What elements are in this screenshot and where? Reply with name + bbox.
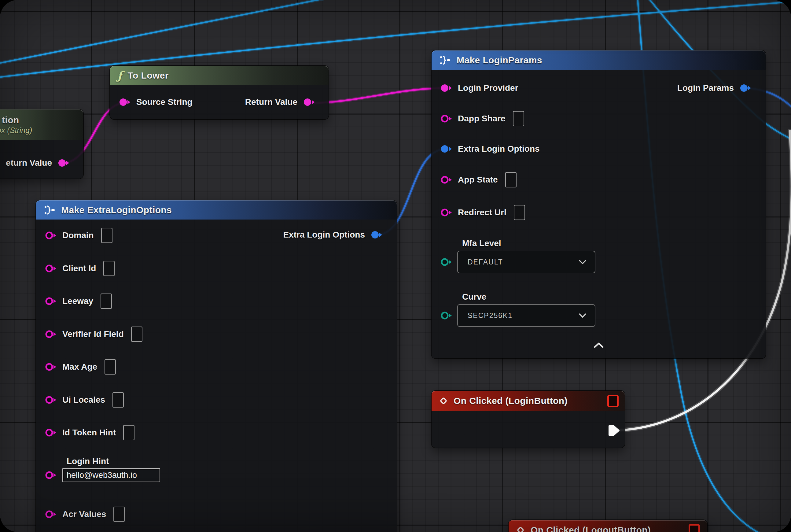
max-age-checkbox[interactable]	[104, 359, 116, 375]
id-token-hint-label: Id Token Hint	[62, 428, 116, 438]
node-partial-subtitle: ox (String)	[0, 126, 32, 135]
to-lower-title: To Lower	[128, 70, 169, 81]
source-string-pin[interactable]	[118, 97, 131, 108]
function-icon: ƒ	[117, 69, 122, 82]
event-diamond-icon	[439, 396, 448, 405]
leeway-label: Leeway	[62, 296, 93, 306]
verifier-id-field-checkbox[interactable]	[131, 326, 142, 342]
login-hint-label: Login Hint	[66, 456, 160, 466]
redirect-url-checkbox[interactable]	[514, 205, 525, 220]
pin-row-app-state: App State	[440, 171, 517, 189]
login-hint-pin[interactable]	[44, 470, 57, 481]
login-hint-input[interactable]	[62, 468, 160, 482]
exec-output-pin[interactable]	[608, 424, 620, 437]
acr-values-checkbox[interactable]	[113, 507, 125, 522]
extra-login-options-label: Extra Login Options	[458, 144, 540, 154]
id-token-hint-checkbox[interactable]	[123, 425, 134, 440]
onclicked-logout-title: On Clicked (LogoutButton)	[530, 525, 651, 532]
return-value-pin[interactable]	[57, 157, 70, 169]
onclicked-logout-header: On Clicked (LogoutButton)	[508, 520, 707, 532]
leeway-checkbox[interactable]	[100, 293, 112, 309]
acr-values-pin[interactable]	[44, 509, 57, 520]
max-age-label: Max Age	[62, 362, 97, 372]
leeway-pin[interactable]	[44, 296, 57, 307]
curve-dropdown[interactable]: SECP256K1	[457, 304, 595, 327]
pin-row-leeway: Leeway	[44, 292, 112, 310]
client-id-label: Client Id	[62, 264, 96, 273]
pin-row-dapp-share: Dapp Share	[440, 110, 524, 128]
verifier-id-field-pin[interactable]	[44, 329, 57, 340]
app-state-checkbox[interactable]	[505, 172, 517, 187]
pin-row-client-id: Client Id	[44, 259, 115, 278]
onclicked-login-header: On Clicked (LoginButton)	[431, 391, 625, 411]
app-state-label: App State	[458, 175, 498, 185]
pin-group-mfa-level: Mfa Level DEFAULT	[440, 239, 595, 273]
pin-group-login-hint: Login Hint	[44, 456, 160, 482]
delegate-pin[interactable]	[607, 395, 619, 407]
pin-row-redirect-url: Redirect Url	[440, 203, 525, 222]
make-struct-icon	[43, 205, 56, 215]
mfa-level-dropdown[interactable]: DEFAULT	[457, 251, 595, 273]
extra-title: Make ExtraLoginOptions	[61, 205, 172, 215]
redirect-url-pin[interactable]	[440, 207, 453, 218]
curve-label: Curve	[462, 292, 595, 302]
node-make-extraloginoptions[interactable]: Make ExtraLoginOptions Extra Login Optio…	[36, 200, 397, 532]
wire-cyan-topleft-steep	[0, 0, 329, 63]
delegate-pin[interactable]	[689, 524, 700, 532]
domain-label: Domain	[62, 230, 94, 240]
node-on-clicked-loginbutton[interactable]: On Clicked (LoginButton)	[431, 391, 625, 448]
client-id-pin[interactable]	[44, 263, 57, 274]
wire-tolower-to-loginprovider	[309, 88, 446, 103]
source-string-label: Source String	[136, 97, 193, 107]
pin-row-extra-login-options: Extra Login Options	[440, 140, 540, 158]
onclicked-login-title: On Clicked (LoginButton)	[454, 396, 567, 406]
redirect-url-label: Redirect Url	[458, 208, 506, 217]
mfa-level-pin[interactable]	[440, 256, 453, 268]
mfa-level-label: Mfa Level	[462, 239, 595, 248]
dapp-share-label: Dapp Share	[458, 114, 505, 124]
loginparams-title: Make LoginParams	[457, 55, 542, 65]
pin-row-ui-locales: Ui Locales	[44, 391, 124, 409]
node-partial-function[interactable]: tion ox (String) eturn Value	[0, 110, 83, 178]
chevron-down-icon	[579, 314, 586, 318]
node-make-loginparams[interactable]: Make LoginParams Login Provider Dapp Sha…	[431, 51, 766, 358]
pin-group-curve: Curve SECP256K1	[440, 292, 595, 327]
blueprint-canvas[interactable]: tion ox (String) eturn Value ƒ To Lower …	[0, 0, 791, 532]
pin-row-login-params-out: Login Params	[677, 79, 752, 97]
ui-locales-checkbox[interactable]	[113, 392, 124, 407]
ui-locales-label: Ui Locales	[62, 395, 105, 405]
id-token-hint-pin[interactable]	[44, 427, 57, 438]
to-lower-return-pin[interactable]	[302, 97, 316, 108]
curve-pin[interactable]	[440, 310, 453, 321]
domain-checkbox[interactable]	[101, 228, 113, 243]
to-lower-return-label: Return Value	[245, 97, 297, 107]
login-params-output-pin[interactable]	[739, 82, 752, 94]
extra-output-label: Extra Login Options	[283, 230, 365, 240]
event-diamond-icon	[516, 526, 525, 532]
client-id-checkbox[interactable]	[103, 261, 115, 276]
extra-header: Make ExtraLoginOptions	[36, 200, 397, 220]
max-age-pin[interactable]	[44, 361, 57, 373]
pin-row-id-token-hint: Id Token Hint	[44, 423, 134, 442]
extra-output-pin[interactable]	[370, 229, 383, 240]
make-struct-icon	[439, 55, 451, 66]
app-state-pin[interactable]	[440, 174, 453, 185]
pin-row-max-age: Max Age	[44, 358, 116, 376]
ui-locales-pin[interactable]	[44, 394, 57, 405]
chevron-down-icon	[579, 260, 586, 264]
pin-row-acr-values: Acr Values	[44, 505, 125, 524]
mfa-level-value: DEFAULT	[468, 258, 503, 266]
node-partial-header: tion ox (String)	[0, 110, 83, 140]
extra-login-options-pin[interactable]	[440, 144, 453, 154]
domain-pin[interactable]	[44, 230, 57, 241]
to-lower-header: ƒ To Lower	[110, 66, 329, 85]
collapse-node-chevron-icon[interactable]	[594, 342, 604, 348]
dapp-share-checkbox[interactable]	[513, 111, 524, 126]
return-value-label: eturn Value	[6, 158, 52, 168]
dapp-share-pin[interactable]	[440, 113, 453, 124]
pin-row-login-provider: Login Provider	[440, 79, 518, 97]
node-on-clicked-logoutbutton[interactable]: On Clicked (LogoutButton)	[508, 520, 707, 532]
curve-value: SECP256K1	[468, 311, 513, 320]
node-to-lower[interactable]: ƒ To Lower Source String Return Value	[110, 66, 329, 119]
login-provider-pin[interactable]	[440, 82, 453, 94]
